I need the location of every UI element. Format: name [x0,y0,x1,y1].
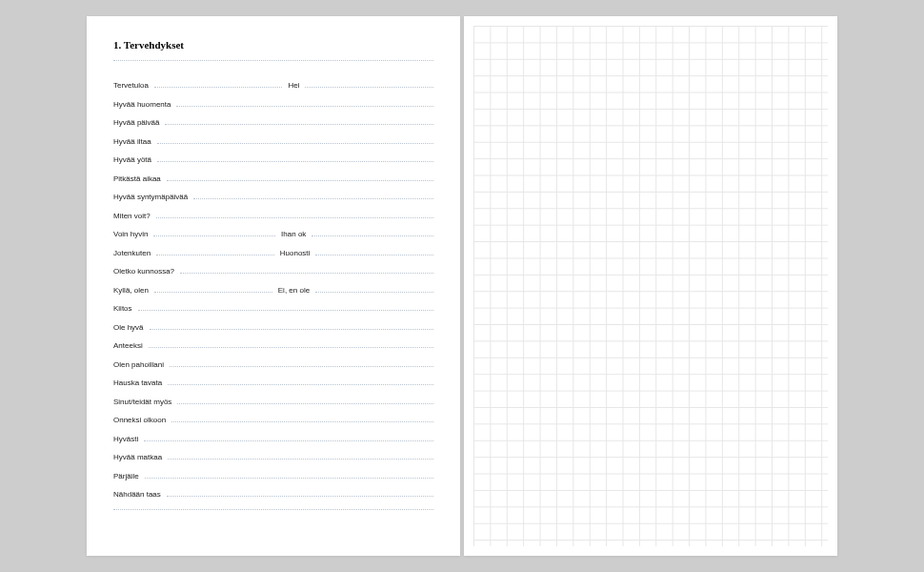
vocabulary-row: Hyvää päivää [113,118,433,137]
term-label: Anteeksi [113,341,143,350]
vocabulary-row: Ole hyvä [113,323,433,342]
dotted-line [144,440,433,441]
dotted-line [156,255,274,255]
dotted-line [149,347,433,348]
dotted-line [193,198,433,199]
term-label: Hei [288,81,299,90]
term-label: Onneksi olkoon [113,416,166,424]
vocabulary-row: Anteeksi [113,341,433,360]
dotted-line [180,273,433,274]
term-label: Hyvää iltaa [113,137,151,146]
dotted-line [156,217,433,218]
vocabulary-row: Olen pahoillani [113,360,433,379]
dotted-line [113,60,433,61]
dotted-line [157,143,433,144]
vocabulary-row: Miten voit? [113,212,433,231]
vocabulary-row: Kyllä, olenEi, en ole [113,286,433,305]
dotted-line [168,459,433,460]
term-label: Miten voit? [113,212,151,220]
term-label: Olen pahoillani [113,360,164,369]
term-label: Hyvää syntymäpäivää [113,193,188,201]
dotted-line [315,255,433,255]
dotted-line [113,509,433,510]
vocabulary-row [113,509,433,530]
dotted-line [311,235,433,236]
vocabulary-row: Nähdään taas [113,490,433,509]
dotted-line [167,180,433,181]
vocabulary-row: TervetuloaHei [113,81,433,100]
term-label: Ihan ok [281,230,306,238]
term-label: Oletko kunnossa? [113,267,174,276]
dotted-line [315,292,433,293]
dotted-line [154,87,283,88]
vocabulary-row: Hyvää syntymäpäivää [113,193,433,212]
dotted-line [177,403,433,404]
vocabulary-row: Pitkästä aikaa [113,174,433,194]
section-heading: 1. Tervehdykset [113,39,433,51]
vocabulary-row: Hyvää iltaa [113,137,433,156]
vocabulary-row: Kiitos [113,304,433,323]
term-label: Hyvää huomenta [113,100,171,109]
dotted-line [157,161,433,162]
dotted-line [305,87,433,88]
vocabulary-rows: TervetuloaHeiHyvää huomentaHyvää päivääH… [113,60,433,530]
vocabulary-row: JotenkutenHuonosti [113,249,433,268]
term-label: Ei, en ole [278,286,310,295]
dotted-line [145,478,433,479]
term-label: Hyvää päivää [113,118,159,127]
dotted-line [168,384,433,385]
page-spread: 1. Tervehdykset TervetuloaHeiHyvää huome… [87,16,837,556]
term-label: Hyvää matkaa [113,453,162,461]
left-page: 1. Tervehdykset TervetuloaHeiHyvää huome… [87,16,460,556]
right-page-grid [464,16,837,556]
vocabulary-row: Onneksi olkoon [113,416,433,435]
term-label: Kyllä, olen [113,286,149,295]
dotted-line [171,421,433,422]
vocabulary-row: Hyvää huomenta [113,100,433,119]
dotted-line [167,496,433,497]
term-label: Tervetuloa [113,81,149,90]
vocabulary-row: Voin hyvinIhan ok [113,230,433,249]
vocabulary-row: Hyvää matkaa [113,453,433,472]
vocabulary-row: Hyvää yötä [113,155,433,174]
dotted-line [138,310,433,311]
vocabulary-row: Pärjäile [113,472,433,491]
term-label: Pitkästä aikaa [113,174,161,183]
vocabulary-row: Sinut/teidät myös [113,398,433,417]
term-label: Pärjäile [113,472,139,480]
dotted-line [150,329,433,330]
term-label: Huonosti [280,249,311,257]
term-label: Sinut/teidät myös [113,398,171,406]
term-label: Hyvästi [113,435,138,443]
term-label: Hyvää yötä [113,155,151,164]
term-label: Voin hyvin [113,230,148,238]
dotted-line [153,235,275,236]
vocabulary-row: Hyvästi [113,435,433,454]
dotted-line [154,292,272,293]
dotted-line [170,366,433,367]
term-label: Kiitos [113,304,132,313]
vocabulary-row [113,60,433,81]
vocabulary-row: Oletko kunnossa? [113,267,433,286]
term-label: Jotenkuten [113,249,151,257]
dotted-line [165,124,433,125]
vocabulary-row: Hauska tavata [113,378,433,398]
term-label: Nähdään taas [113,490,161,499]
dotted-line [176,106,433,107]
term-label: Ole hyvä [113,323,144,332]
term-label: Hauska tavata [113,378,162,387]
